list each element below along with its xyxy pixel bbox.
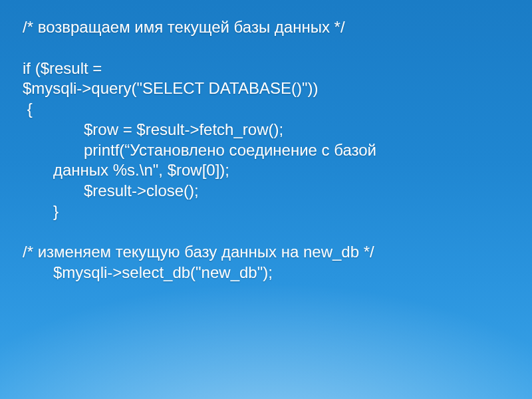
code-line: данных %s.\n", $row[0]); xyxy=(23,160,521,181)
code-line: $result->close(); xyxy=(23,181,521,201)
code-line: } xyxy=(23,201,521,222)
code-line: /* изменяем текущую базу данных на new_d… xyxy=(23,242,521,263)
slide: /* возвращаем имя текущей базы данных */… xyxy=(0,0,532,399)
code-line: { xyxy=(23,99,521,120)
code-line: $mysqli->select_db("new_db"); xyxy=(23,263,521,283)
code-line: /* возвращаем имя текущей базы данных */ xyxy=(23,17,521,38)
code-line: if ($result = xyxy=(23,59,521,79)
blank-line xyxy=(23,38,521,59)
code-line: $mysqli->query("SELECT DATABASE()")) xyxy=(23,78,521,99)
code-line: printf(“Установлено соединение с базой xyxy=(23,140,521,161)
code-line: $row = $result->fetch_row(); xyxy=(23,120,521,140)
blank-line xyxy=(23,221,521,242)
